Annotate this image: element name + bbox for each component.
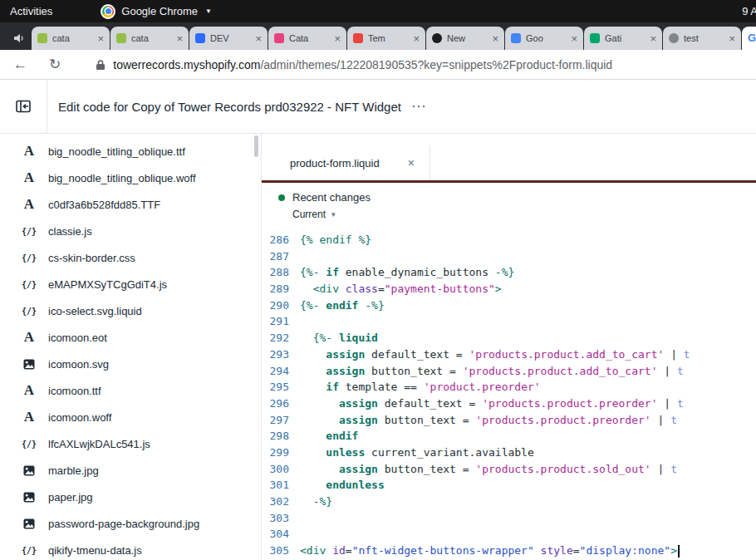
reload-icon[interactable]: ↻ xyxy=(49,57,61,71)
screen: Activities Google Chrome ▼ 9 A cata×cata… xyxy=(0,0,756,560)
file-item[interactable]: Aicomoon.eot xyxy=(0,324,261,351)
code-line[interactable]: 301 endunless xyxy=(262,477,756,494)
more-actions-button[interactable]: ⋯ xyxy=(411,97,428,115)
browser-tab[interactable]: G xyxy=(742,27,756,50)
tab-favicon xyxy=(669,33,679,43)
line-number: 286 xyxy=(262,232,300,248)
collapse-sidebar-button[interactable] xyxy=(0,80,47,133)
code-text: {% endif %} xyxy=(300,232,756,248)
file-name: paper.jpg xyxy=(48,491,93,504)
tab-close-icon[interactable]: × xyxy=(492,32,498,45)
code-line[interactable]: 303 xyxy=(262,510,756,527)
tab-favicon xyxy=(511,33,521,43)
tab-close-icon[interactable]: × xyxy=(97,32,104,45)
file-item[interactable]: {/}qikify-tmenu-data.js xyxy=(0,537,261,560)
file-item[interactable]: marble.jpg xyxy=(0,457,261,484)
code-line[interactable]: 286{% endif %} xyxy=(262,232,756,248)
sidebar-scrollbar[interactable] xyxy=(254,135,258,157)
code-line[interactable]: 295 if template == 'product.preorder' xyxy=(262,379,756,395)
line-number: 289 xyxy=(262,281,300,297)
browser-tab[interactable]: Gati× xyxy=(584,27,662,50)
line-number: 293 xyxy=(262,346,300,363)
browser-tab[interactable]: Goo× xyxy=(505,27,583,50)
file-item[interactable]: Abig_noodle_titling_oblique.ttf xyxy=(0,138,261,165)
content: Abig_noodle_titling_oblique.ttfAbig_nood… xyxy=(0,134,756,560)
line-number: 300 xyxy=(262,461,300,478)
current-version-dropdown[interactable]: Current ▾ xyxy=(292,209,756,220)
browser-tab[interactable]: New× xyxy=(426,27,504,50)
file-item[interactable]: password-page-background.jpg xyxy=(0,510,261,537)
file-item[interactable]: Abig_noodle_titling_oblique.woff xyxy=(0,165,261,191)
code-line[interactable]: 290{%- endif -%} xyxy=(262,297,756,314)
line-number: 295 xyxy=(262,379,300,395)
tab-favicon xyxy=(432,33,442,43)
code-file-icon: {/} xyxy=(18,280,40,289)
file-item[interactable]: {/}cs-skin-border.css xyxy=(0,244,261,271)
code-line[interactable]: 305<div id="nft-widget-buttons-wrapper" … xyxy=(262,543,756,559)
file-name: c0df3a6b528fdd85.TTF xyxy=(48,199,160,211)
code-line[interactable]: 298 endif xyxy=(262,428,756,445)
code-area[interactable]: 286{% endif %}287288{%- if enable_dynami… xyxy=(262,232,756,560)
browser-tab[interactable]: DEV× xyxy=(189,27,268,50)
tab-close-icon[interactable]: × xyxy=(571,32,577,45)
browser-tab[interactable]: test× xyxy=(663,27,741,50)
file-name: icomoon.woff xyxy=(48,411,111,424)
tab-title: Tem xyxy=(368,33,410,43)
code-text xyxy=(300,510,756,527)
browser-tab[interactable]: Cata× xyxy=(268,27,346,50)
file-item[interactable]: {/}lfcAXLwjkDALc541.js xyxy=(0,430,261,457)
file-item[interactable]: {/}ico-select.svg.liquid xyxy=(0,297,261,324)
browser-tab[interactable]: cata× xyxy=(110,27,189,50)
code-line[interactable]: 291 xyxy=(262,313,756,330)
code-line[interactable]: 287 xyxy=(262,248,756,265)
code-line[interactable]: 294 assign button_text = 'products.produ… xyxy=(262,363,756,380)
activities-button[interactable]: Activities xyxy=(10,5,52,17)
code-line[interactable]: 289 <div class="payment-buttons"> xyxy=(262,281,756,297)
tab-favicon xyxy=(116,33,126,43)
tab-close-icon[interactable]: × xyxy=(413,32,420,45)
code-line[interactable]: 300 assign button_text = 'products.produ… xyxy=(262,461,756,478)
tab-close-icon[interactable]: × xyxy=(176,32,183,45)
file-item[interactable]: {/}eMAPMXSyTCgGdiT4.js xyxy=(0,271,261,297)
file-item[interactable]: paper.jpg xyxy=(0,484,261,510)
tab-close-icon[interactable]: × xyxy=(334,32,341,45)
code-line[interactable]: 292 {%- liquid xyxy=(262,330,756,346)
lock-icon[interactable] xyxy=(96,59,106,71)
code-line[interactable]: 288{%- if enable_dynamic_buttons -%} xyxy=(262,264,756,281)
font-file-icon: A xyxy=(18,169,40,186)
code-line[interactable]: 302 -%} xyxy=(262,494,756,510)
code-line[interactable]: 304 xyxy=(262,526,756,543)
code-text: -%} xyxy=(300,494,756,510)
tab-close-icon[interactable]: × xyxy=(255,32,262,45)
browser-tab[interactable]: cata× xyxy=(32,27,110,50)
os-clock[interactable]: 9 A xyxy=(742,5,756,17)
line-number: 301 xyxy=(262,477,300,494)
file-item[interactable]: icomoon.svg xyxy=(0,351,261,377)
code-text: <div id="nft-widget-buttons-wrapper" sty… xyxy=(300,543,756,559)
file-item[interactable]: {/}classie.js xyxy=(0,218,261,244)
recent-changes: Recent changes Current ▾ xyxy=(262,183,756,232)
browser-tab[interactable]: Tem× xyxy=(347,27,425,50)
file-tab-close-icon[interactable]: × xyxy=(408,156,415,169)
line-number: 302 xyxy=(262,494,300,510)
file-item[interactable]: Aicomoon.woff xyxy=(0,404,261,430)
tab-close-icon[interactable]: × xyxy=(729,32,735,45)
code-file-icon: {/} xyxy=(18,546,40,555)
code-line[interactable]: 293 assign default_text = 'products.prod… xyxy=(262,346,756,363)
code-line[interactable]: 297 assign button_text = 'products.produ… xyxy=(262,412,756,429)
line-number: 305 xyxy=(262,543,300,559)
tab-close-icon[interactable]: × xyxy=(650,32,656,45)
back-icon[interactable]: ← xyxy=(13,57,27,71)
active-app-menu[interactable]: Google Chrome ▼ xyxy=(101,4,212,19)
code-text: if template == 'product.preorder' xyxy=(300,379,756,395)
code-text: assign button_text = 'products.product.a… xyxy=(300,363,756,380)
code-line[interactable]: 299 unless current_variant.available xyxy=(262,445,756,461)
file-item[interactable]: Ac0df3a6b528fdd85.TTF xyxy=(0,191,261,218)
file-item[interactable]: Aicomoon.ttf xyxy=(0,377,261,404)
code-line[interactable]: 296 assign default_text = 'products.prod… xyxy=(262,395,756,412)
url-field[interactable]: towerrecords.myshopify.com/admin/themes/… xyxy=(113,58,612,71)
code-text: unless current_variant.available xyxy=(300,445,756,461)
file-tab[interactable]: product-form.liquid × xyxy=(275,145,430,180)
tab-favicon xyxy=(274,33,284,43)
file-name: icomoon.svg xyxy=(48,358,109,371)
